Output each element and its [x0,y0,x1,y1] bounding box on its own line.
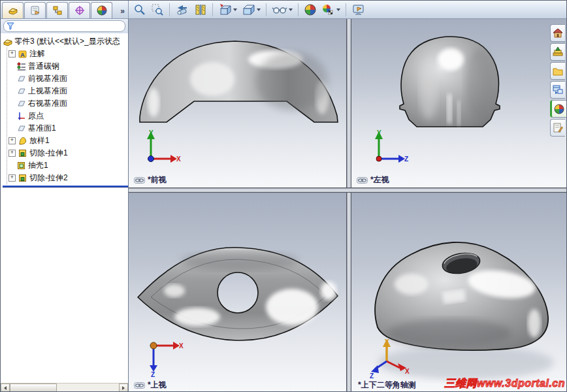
zoom-area-icon [151,3,164,16]
toolbar-separator [169,3,170,16]
origin-icon [16,111,26,121]
tabs-overflow-chevron[interactable]: » [120,7,127,18]
tab-custom-properties[interactable] [550,119,565,137]
dropdown-caret[interactable] [289,8,293,11]
rollback-bar[interactable] [3,186,128,188]
magnifier-icon [133,3,146,16]
dropdown-caret[interactable] [233,8,237,11]
tab-displaymanager[interactable] [91,2,112,18]
tree-item-plane1[interactable]: 基准面1 [8,122,128,135]
previous-view-button[interactable] [174,3,190,17]
scrollbar-track[interactable] [57,384,119,392]
scrollbar-thumb[interactable] [10,384,57,392]
viewport-left[interactable]: Y Z *左视 [351,19,567,188]
expand-icon[interactable]: + [8,137,16,144]
tree-item-label: 右视基准面 [28,98,67,109]
viewport-label-isometric: *上下二等角轴测 [358,380,416,391]
material-icon [16,61,26,71]
scroll-left-button[interactable] [1,384,10,392]
tree-filter-input[interactable] [3,20,125,32]
svg-text:A: A [20,52,25,58]
section-view-button[interactable] [193,3,208,17]
view-toolbar [129,1,366,18]
tab-solidworks-resources[interactable] [550,24,565,42]
scroll-right-button[interactable] [119,384,128,392]
tab-appearances-scenes[interactable] [550,100,566,118]
tree-item-label: 普通碳钢 [28,61,59,72]
tab-configurationmanager[interactable] [46,2,68,18]
loft-icon [18,136,27,146]
hide-show-items-button[interactable] [271,3,293,17]
cut-extrude-icon [18,173,27,183]
panel-horizontal-scrollbar[interactable] [1,383,128,392]
dropdown-caret[interactable] [336,8,340,11]
part-icon [3,37,12,46]
apply-scene-button[interactable] [321,3,341,17]
tab-view-palette[interactable] [550,81,565,99]
viewport-top[interactable]: X Z *上视 [129,193,346,392]
solidworks-window: » [0,0,567,392]
design-library-icon [553,47,563,57]
tree-item-label: 注解 [29,48,45,59]
tree-item-label: 原点 [28,110,44,122]
filter-funnel-icon [7,22,14,30]
tab-dimxpertmanager[interactable] [69,2,90,18]
toolbar-separator [346,3,346,16]
shell-icon [16,161,26,171]
monitor-hand-icon [351,3,366,16]
display-manager-icon [97,5,107,16]
vertical-splitter[interactable] [346,19,351,392]
edit-appearance-button[interactable] [303,3,317,17]
axis-label-y: Y [149,129,154,137]
annotations-icon: A [18,49,27,59]
tab-design-library[interactable] [550,43,565,61]
tree-item-material[interactable]: 普通碳钢 [8,60,128,73]
custom-properties-icon [553,123,563,133]
axis-label-z: Z [404,155,408,163]
view-palette-icon [553,85,563,95]
tree-item-front-plane[interactable]: 前视基准面 [8,73,128,85]
horizontal-splitter[interactable] [129,188,567,193]
dropdown-caret[interactable] [257,8,261,11]
expand-icon[interactable]: + [8,50,16,57]
link-views-icon[interactable] [134,382,145,389]
display-style-button[interactable] [241,3,261,17]
zoom-to-area-button[interactable] [150,3,165,17]
tree-item-label: 上视基准面 [28,86,67,97]
axis-label-z: Z [151,371,155,377]
tab-file-explorer[interactable] [550,62,565,80]
tree-item-shell1[interactable]: 抽壳1 [8,159,128,172]
task-pane-tabs [550,24,566,137]
tree-item-origin[interactable]: 原点 [8,110,128,122]
tree-root[interactable]: 零件3 (默认<<默认>_显示状态 [3,35,128,48]
tree-item-cut-extrude1[interactable]: + 切除-拉伸1 [8,147,128,159]
plane-icon [16,74,26,84]
property-manager-icon [30,5,40,16]
viewport-front[interactable]: Y X *前视 [129,19,346,188]
zoom-in-out-button[interactable] [133,3,147,17]
axis-label-x: X [405,368,410,375]
tree-item-right-plane[interactable]: 右视基准面 [8,97,128,110]
tree-item-annotations[interactable]: + A 注解 [8,48,128,60]
toolbar-separator [212,3,213,16]
view-settings-button[interactable] [351,3,366,17]
tree-root-label: 零件3 (默认<<默认>_显示状态 [14,36,120,47]
tree-item-top-plane[interactable]: 上视基准面 [8,85,128,97]
tree-item-loft1[interactable]: + 放样1 [8,135,128,147]
tree-item-cut-extrude2[interactable]: + 切除-拉伸2 [8,172,128,184]
scroll-right-arrow-icon [122,386,125,390]
plane-icon [16,86,26,96]
viewport-isometric[interactable]: Y X Z *上下二等角轴测 [351,193,567,392]
tab-propertymanager[interactable] [24,2,46,18]
expand-icon[interactable]: + [8,174,16,182]
view-orientation-icon [218,3,232,16]
tab-featuremanager-tree[interactable] [2,2,24,18]
link-views-icon[interactable] [357,177,368,184]
previous-view-icon [175,3,189,16]
home-icon [553,28,563,38]
link-views-icon[interactable] [134,177,145,184]
toolbar-separator [298,3,299,16]
view-orientation-button[interactable] [218,3,238,17]
axis-label-z: Z [370,372,374,378]
expand-icon[interactable]: + [8,150,16,157]
